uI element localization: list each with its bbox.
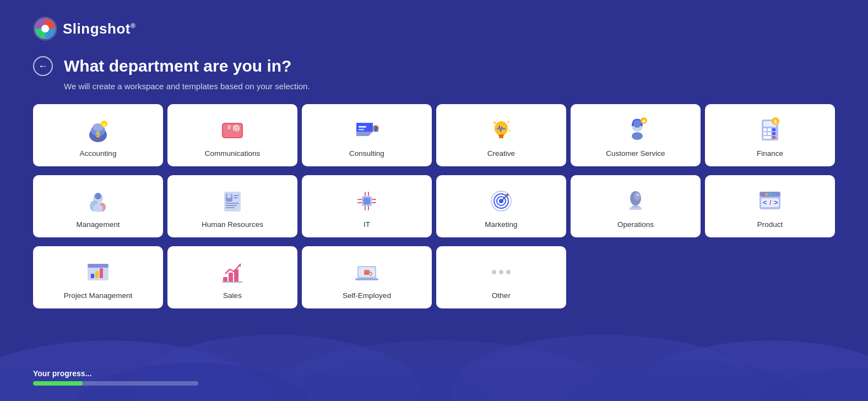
svg-rect-106 bbox=[222, 281, 243, 283]
dept-card-management[interactable]: Management bbox=[33, 175, 163, 237]
consulting-label: Consulting bbox=[349, 149, 384, 158]
logo-icon bbox=[33, 17, 57, 41]
other-icon bbox=[486, 257, 516, 287]
dept-card-product[interactable]: < / > Product bbox=[705, 175, 835, 237]
dept-card-project-management[interactable]: Project Management bbox=[33, 246, 163, 308]
svg-rect-46 bbox=[768, 128, 771, 131]
svg-rect-50 bbox=[772, 132, 775, 135]
customer-service-icon: ★ bbox=[621, 115, 650, 145]
app-name: Slingshot® bbox=[63, 20, 135, 37]
svg-point-37 bbox=[633, 120, 641, 128]
svg-rect-76 bbox=[365, 206, 366, 210]
svg-rect-26 bbox=[359, 126, 366, 128]
dept-card-customer-service[interactable]: ★ Customer Service bbox=[571, 104, 701, 166]
dept-card-human-resources[interactable]: Human Resources bbox=[167, 175, 297, 237]
svg-rect-77 bbox=[368, 206, 369, 210]
svg-marker-25 bbox=[356, 132, 373, 136]
svg-point-33 bbox=[493, 122, 496, 124]
svg-rect-64 bbox=[234, 197, 238, 198]
progress-bar-background bbox=[33, 381, 198, 386]
svg-rect-66 bbox=[226, 205, 237, 206]
svg-point-97 bbox=[769, 193, 772, 196]
svg-rect-85 bbox=[632, 205, 639, 208]
svg-rect-52 bbox=[772, 136, 775, 139]
dept-card-communications[interactable]: # @ Communications bbox=[167, 104, 297, 166]
it-label: IT bbox=[364, 220, 370, 229]
svg-rect-72 bbox=[372, 199, 376, 200]
svg-rect-103 bbox=[223, 277, 227, 281]
dept-grid-row3: Project Management Sales bbox=[33, 246, 835, 308]
svg-point-88 bbox=[637, 194, 639, 196]
self-employed-label: Self-Employed bbox=[343, 291, 391, 300]
project-management-label: Project Management bbox=[64, 291, 133, 300]
marketing-label: Marketing bbox=[485, 220, 517, 229]
svg-point-87 bbox=[634, 192, 641, 201]
page: Slingshot® ← What department are you in?… bbox=[0, 0, 868, 401]
svg-point-95 bbox=[762, 193, 764, 196]
svg-point-7 bbox=[562, 360, 815, 401]
svg-point-56 bbox=[95, 193, 101, 199]
communications-icon: # @ bbox=[218, 115, 247, 145]
dept-card-finance[interactable]: $ Finance bbox=[705, 104, 835, 166]
svg-rect-63 bbox=[234, 195, 239, 196]
svg-point-12 bbox=[41, 25, 49, 32]
svg-rect-110 bbox=[355, 278, 378, 280]
svg-text:@: @ bbox=[234, 126, 239, 132]
svg-point-6 bbox=[275, 362, 496, 401]
dept-grid-row2: Management Hu bbox=[33, 175, 835, 237]
svg-text:>: > bbox=[774, 198, 778, 207]
svg-text:★: ★ bbox=[642, 118, 646, 124]
dept-card-sales[interactable]: Sales bbox=[167, 246, 297, 308]
page-subtitle: We will create a workspace and templates… bbox=[64, 82, 835, 91]
svg-rect-70 bbox=[357, 199, 362, 200]
svg-rect-73 bbox=[372, 202, 376, 203]
svg-rect-49 bbox=[768, 132, 771, 135]
svg-rect-65 bbox=[226, 203, 239, 204]
svg-rect-101 bbox=[100, 268, 103, 278]
finance-label: Finance bbox=[757, 149, 783, 158]
svg-point-114 bbox=[492, 270, 496, 274]
svg-text:$: $ bbox=[774, 119, 777, 124]
operations-icon bbox=[621, 186, 650, 216]
svg-rect-69 bbox=[364, 198, 370, 204]
svg-point-115 bbox=[506, 270, 511, 274]
product-icon: < / > bbox=[755, 186, 785, 216]
other-label: Other bbox=[492, 291, 511, 300]
svg-point-62 bbox=[227, 194, 231, 198]
svg-point-35 bbox=[509, 130, 511, 132]
dept-card-creative[interactable]: Creative bbox=[436, 104, 566, 166]
back-button[interactable]: ← bbox=[33, 56, 53, 76]
svg-text:#: # bbox=[227, 124, 231, 131]
progress-label: Your progress... bbox=[33, 369, 198, 378]
svg-point-8 bbox=[755, 368, 868, 401]
svg-rect-102 bbox=[88, 264, 109, 268]
svg-rect-48 bbox=[763, 132, 767, 135]
sales-label: Sales bbox=[223, 291, 242, 300]
svg-rect-27 bbox=[359, 129, 364, 131]
dept-card-marketing[interactable]: Marketing bbox=[436, 175, 566, 237]
management-icon bbox=[83, 186, 113, 216]
dept-card-operations[interactable]: Operations bbox=[571, 175, 701, 237]
svg-point-113 bbox=[499, 270, 503, 274]
svg-rect-104 bbox=[229, 273, 233, 281]
logo-area: Slingshot® bbox=[33, 17, 835, 41]
project-management-icon bbox=[83, 257, 113, 287]
svg-rect-71 bbox=[357, 202, 362, 203]
human-resources-label: Human Resources bbox=[202, 220, 263, 229]
dept-card-self-employed[interactable]: Self-Employed bbox=[302, 246, 432, 308]
dept-card-accounting[interactable]: $ $ Accounting bbox=[33, 104, 163, 166]
svg-rect-31 bbox=[498, 134, 504, 137]
finance-icon: $ bbox=[755, 115, 785, 145]
marketing-icon bbox=[486, 186, 516, 216]
consulting-icon: 👤 bbox=[352, 115, 382, 145]
dept-card-it[interactable]: IT bbox=[302, 175, 432, 237]
page-title: What department are you in? bbox=[64, 57, 291, 75]
dept-grid-row1: $ $ Accounting # @ bbox=[33, 104, 835, 166]
dept-card-consulting[interactable]: 👤 Consulting bbox=[302, 104, 432, 166]
svg-rect-75 bbox=[368, 192, 369, 196]
accounting-icon: $ $ bbox=[83, 115, 113, 145]
dept-card-other[interactable]: Other bbox=[436, 246, 566, 308]
it-icon bbox=[352, 186, 382, 216]
svg-point-81 bbox=[499, 199, 503, 203]
svg-point-1 bbox=[132, 335, 419, 401]
